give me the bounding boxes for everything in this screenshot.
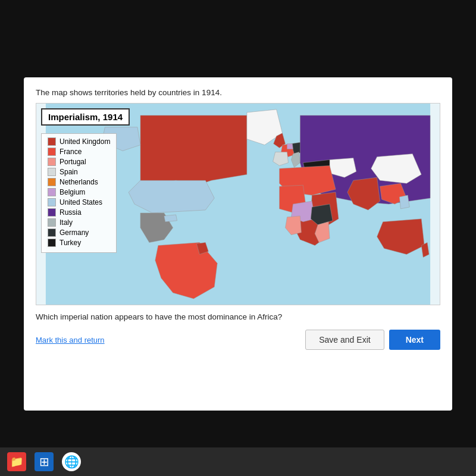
legend-item: United Kingdom <box>48 137 110 146</box>
taskbar-icon-chrome[interactable]: 🌐 <box>62 452 81 471</box>
legend-item: Spain <box>48 168 110 176</box>
legend-item: Germany <box>48 228 110 237</box>
legend-item: Belgium <box>48 188 110 196</box>
question-text: Which imperial nation appears to have th… <box>36 312 440 321</box>
legend-item: Netherlands <box>48 178 110 186</box>
intro-text: The map shows territories held by countr… <box>36 88 440 97</box>
map-legend: United KingdomFrancePortugalSpainNetherl… <box>41 133 117 253</box>
taskbar-icon-windows[interactable]: ⊞ <box>35 452 54 471</box>
legend-item: France <box>48 148 110 156</box>
legend-item: United States <box>48 198 110 206</box>
map-area: Imperialism, 1914 United KingdomFrancePo… <box>36 103 440 305</box>
map-title: Imperialism, 1914 <box>41 108 130 126</box>
taskbar: 📁 ⊞ 🌐 <box>0 447 476 476</box>
save-exit-button[interactable]: Save and Exit <box>305 330 384 350</box>
next-button[interactable]: Next <box>389 330 440 350</box>
legend-item: Portugal <box>48 158 110 166</box>
action-buttons: Save and Exit Next <box>305 330 440 350</box>
legend-item: Italy <box>48 218 110 227</box>
mark-return-link[interactable]: Mark this and return <box>36 336 105 345</box>
legend-item: Turkey <box>48 239 110 247</box>
bottom-row: Mark this and return Save and Exit Next <box>36 330 440 350</box>
legend-item: Russia <box>48 208 110 217</box>
taskbar-icon-files[interactable]: 📁 <box>7 452 26 471</box>
